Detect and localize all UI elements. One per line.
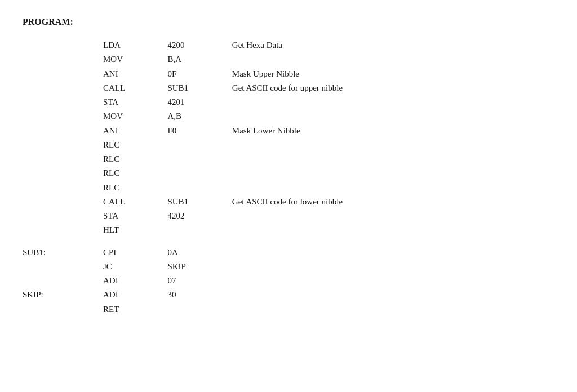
row-label: [23, 38, 103, 52]
row-label: [23, 302, 103, 317]
row-comment: [232, 288, 554, 302]
row-operand: A,B: [167, 109, 232, 123]
row-operand: [167, 138, 232, 152]
program-body: LDA4200Get Hexa DataMOVB,AANI0FMask Uppe…: [23, 38, 554, 317]
row-label: [23, 209, 103, 223]
row-mnemonic: RET: [103, 302, 167, 317]
row-operand: 0F: [167, 67, 232, 81]
row-operand: 0A: [167, 246, 232, 260]
row-mnemonic: STA: [103, 209, 167, 223]
row-mnemonic: CALL: [103, 195, 167, 209]
table-row: RLC: [23, 138, 554, 152]
table-row: CALLSUB1Get ASCII code for upper nibble: [23, 81, 554, 95]
row-mnemonic: ANI: [103, 67, 167, 81]
row-label: [23, 166, 103, 180]
row-label: [23, 81, 103, 95]
row-comment: [232, 223, 554, 237]
row-comment: Mask Upper Nibble: [232, 67, 554, 81]
table-row: STA4201: [23, 95, 554, 109]
table-row: RLC: [23, 181, 554, 195]
row-operand: 07: [167, 274, 232, 288]
row-label: [23, 109, 103, 123]
row-mnemonic: RLC: [103, 138, 167, 152]
program-heading: PROGRAM:: [23, 17, 554, 27]
row-operand: 30: [167, 288, 232, 302]
row-mnemonic: HLT: [103, 223, 167, 237]
table-row: MOVA,B: [23, 109, 554, 123]
table-row: ADI07: [23, 274, 554, 288]
row-operand: [167, 152, 232, 166]
table-row: HLT: [23, 223, 554, 237]
row-operand: 4200: [167, 38, 232, 52]
row-mnemonic: RLC: [103, 152, 167, 166]
row-mnemonic: CALL: [103, 81, 167, 95]
row-label: [23, 124, 103, 138]
row-operand: SKIP: [167, 260, 232, 274]
code-table: LDA4200Get Hexa DataMOVB,AANI0FMask Uppe…: [23, 38, 554, 317]
row-operand: SUB1: [167, 81, 232, 95]
row-operand: B,A: [167, 52, 232, 66]
row-label: [23, 138, 103, 152]
row-mnemonic: RLC: [103, 166, 167, 180]
row-comment: [232, 152, 554, 166]
row-mnemonic: MOV: [103, 109, 167, 123]
row-comment: [232, 52, 554, 66]
table-row: JCSKIP: [23, 260, 554, 274]
row-comment: [232, 138, 554, 152]
row-comment: [232, 181, 554, 195]
row-comment: [232, 209, 554, 223]
table-row: RLC: [23, 152, 554, 166]
row-comment: Get ASCII code for upper nibble: [232, 81, 554, 95]
row-comment: [232, 274, 554, 288]
table-row: MOVB,A: [23, 52, 554, 66]
row-comment: [232, 302, 554, 317]
row-label: [23, 95, 103, 109]
table-row: LDA4200Get Hexa Data: [23, 38, 554, 52]
table-row: RLC: [23, 166, 554, 180]
row-comment: Mask Lower Nibble: [232, 124, 554, 138]
row-mnemonic: RLC: [103, 181, 167, 195]
row-label: [23, 52, 103, 66]
row-operand: [167, 181, 232, 195]
row-mnemonic: ANI: [103, 124, 167, 138]
table-row: SUB1:CPI0A: [23, 246, 554, 260]
row-label: [23, 195, 103, 209]
row-label: [23, 274, 103, 288]
row-mnemonic: ADI: [103, 274, 167, 288]
row-operand: 4201: [167, 95, 232, 109]
row-label: [23, 152, 103, 166]
row-operand: 4202: [167, 209, 232, 223]
row-label: [23, 67, 103, 81]
row-label: [23, 260, 103, 274]
row-mnemonic: MOV: [103, 52, 167, 66]
row-operand: F0: [167, 124, 232, 138]
table-row: [23, 238, 554, 246]
table-row: STA4202: [23, 209, 554, 223]
row-comment: [232, 95, 554, 109]
row-operand: [167, 166, 232, 180]
row-operand: [167, 223, 232, 237]
row-operand: [167, 302, 232, 317]
row-mnemonic: STA: [103, 95, 167, 109]
row-mnemonic: JC: [103, 260, 167, 274]
row-comment: Get Hexa Data: [232, 38, 554, 52]
row-mnemonic: ADI: [103, 288, 167, 302]
table-row: RET: [23, 302, 554, 317]
table-row: ANI0FMask Upper Nibble: [23, 67, 554, 81]
table-row: ANIF0Mask Lower Nibble: [23, 124, 554, 138]
row-operand: SUB1: [167, 195, 232, 209]
row-mnemonic: LDA: [103, 38, 167, 52]
row-comment: [232, 166, 554, 180]
row-comment: [232, 246, 554, 260]
row-label: SKIP:: [23, 288, 103, 302]
row-label: SUB1:: [23, 246, 103, 260]
row-mnemonic: CPI: [103, 246, 167, 260]
row-comment: Get ASCII code for lower nibble: [232, 195, 554, 209]
row-comment: [232, 260, 554, 274]
table-row: SKIP:ADI30: [23, 288, 554, 302]
row-label: [23, 223, 103, 237]
row-label: [23, 181, 103, 195]
row-comment: [232, 109, 554, 123]
table-row: CALLSUB1Get ASCII code for lower nibble: [23, 195, 554, 209]
